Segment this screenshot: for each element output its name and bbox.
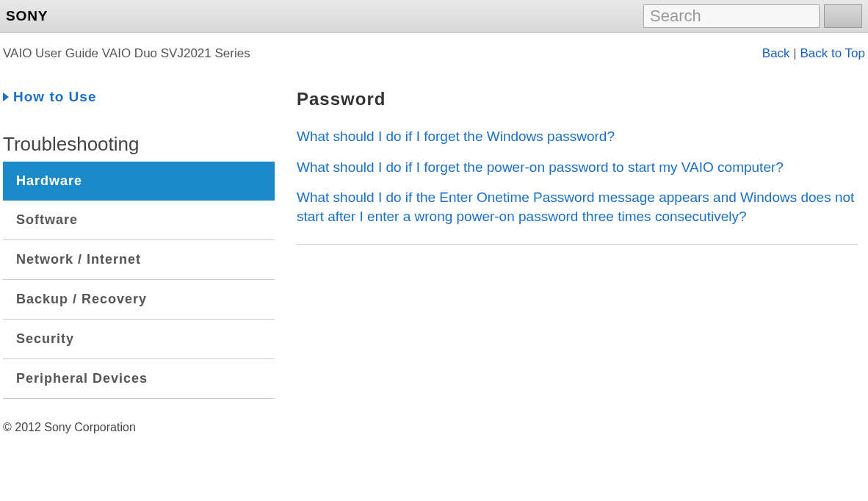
article-link[interactable]: What should I do if I forget the power-o… <box>297 158 858 177</box>
sidebar-item-hardware[interactable]: Hardware <box>3 162 275 201</box>
nav-links: Back | Back to Top <box>762 46 865 61</box>
search-area <box>643 4 862 28</box>
main-content: Password What should I do if I forget th… <box>297 89 865 399</box>
separator: | <box>790 46 800 60</box>
divider <box>297 244 858 245</box>
section-title: Troubleshooting <box>3 133 275 156</box>
sidebar-item-peripheral[interactable]: Peripheral Devices <box>3 359 275 399</box>
back-to-top-link[interactable]: Back to Top <box>800 46 865 60</box>
how-to-use-link[interactable]: How to Use <box>3 89 275 105</box>
header: SONY <box>0 0 868 33</box>
copyright: © 2012 Sony Corporation <box>3 421 136 433</box>
subheader: VAIO User Guide VAIO Duo SVJ2021 Series … <box>0 33 868 74</box>
sidebar-menu: Hardware Software Network / Internet Bac… <box>3 162 275 399</box>
sidebar-item-security[interactable]: Security <box>3 320 275 359</box>
sidebar-item-network[interactable]: Network / Internet <box>3 240 275 280</box>
logo-text: SONY <box>6 8 48 24</box>
article-link[interactable]: What should I do if I forget the Windows… <box>297 127 858 146</box>
sony-logo: SONY <box>6 8 101 24</box>
article-title: Password <box>297 89 858 109</box>
search-input[interactable] <box>643 4 820 28</box>
back-link[interactable]: Back <box>762 46 790 60</box>
sidebar-item-backup[interactable]: Backup / Recovery <box>3 280 275 320</box>
sidebar: How to Use Troubleshooting Hardware Soft… <box>3 89 297 399</box>
search-button[interactable] <box>824 4 862 28</box>
how-to-use-label: How to Use <box>13 89 96 105</box>
arrow-right-icon <box>3 93 9 101</box>
sidebar-item-software[interactable]: Software <box>3 201 275 240</box>
footer: © 2012 Sony Corporation <box>0 399 868 456</box>
article-link[interactable]: What should I do if the Enter Onetime Pa… <box>297 188 858 226</box>
content: How to Use Troubleshooting Hardware Soft… <box>0 74 868 399</box>
guide-title: VAIO User Guide VAIO Duo SVJ2021 Series <box>3 46 250 61</box>
